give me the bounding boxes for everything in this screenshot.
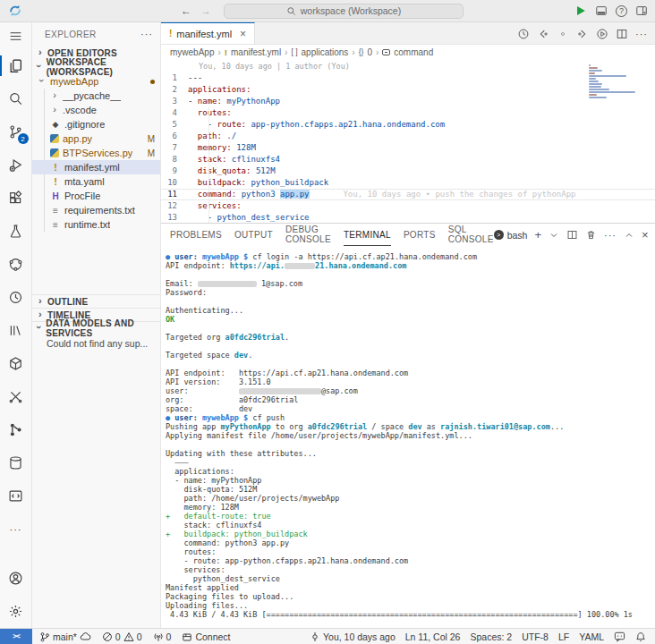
breadcrumb-item[interactable]: command [394, 47, 433, 57]
panel-tab-output[interactable]: OUTPUT [234, 224, 273, 246]
account-button[interactable] [0, 562, 32, 595]
breadcrumb-item[interactable]: mywebApp [170, 47, 214, 57]
activity-search[interactable] [0, 82, 32, 115]
line-number: 7 [161, 142, 188, 154]
tree-item[interactable]: ›.vscode [32, 103, 160, 117]
blame-status[interactable]: You, 10 days ago [310, 631, 396, 642]
activity-source-control[interactable]: 2 [0, 115, 32, 148]
encoding-status[interactable]: UTF-8 [522, 631, 549, 642]
nav-forward-icon[interactable]: → [200, 4, 211, 17]
panel-tab-sql-console[interactable]: SQL CONSOLE [448, 224, 494, 246]
tree-item[interactable]: ›__pycache__ [32, 89, 160, 103]
timeline-history-icon[interactable] [517, 28, 530, 40]
code-line: 7 memory: 128M [161, 142, 655, 154]
remote-indicator[interactable]: >< [0, 629, 32, 644]
tree-item[interactable]: !mta.yaml [32, 174, 160, 189]
activity-tools[interactable] [0, 380, 32, 413]
panel-tab-terminal[interactable]: TERMINAL [344, 224, 391, 246]
menu-button[interactable] [0, 22, 32, 49]
activity-database[interactable] [0, 446, 32, 479]
help-icon[interactable]: ? [616, 5, 627, 17]
tree-item-label: .gitignore [64, 119, 105, 130]
toggle-panel-icon[interactable] [595, 4, 608, 17]
sidebar-more-icon[interactable]: ··· [140, 29, 153, 39]
nav-back-circle-icon[interactable] [537, 28, 549, 40]
terminal-line: Password: [166, 288, 655, 297]
activity-testing[interactable] [0, 215, 32, 248]
nav-forward-circle-icon[interactable] [576, 28, 589, 40]
panel-tab-debug-console[interactable]: DEBUG CONSOLE [285, 224, 331, 246]
tree-item-label: requirements.txt [64, 205, 135, 216]
outline-section[interactable]: › OUTLINE [32, 294, 160, 308]
branch-status[interactable]: main* [39, 631, 91, 642]
activity-library[interactable] [0, 314, 32, 347]
indentation-status[interactable]: Spaces: 2 [470, 631, 512, 642]
eol-status[interactable]: LF [558, 631, 569, 642]
tree-item[interactable]: ≡requirements.txt [32, 203, 160, 217]
split-terminal-icon[interactable] [566, 229, 578, 241]
activity-deploy[interactable] [0, 347, 32, 380]
dot-icon[interactable] [557, 28, 569, 40]
activity-run-profile[interactable] [0, 281, 32, 314]
data-models-section[interactable]: › DATA MODELS AND SERVICES [32, 321, 160, 335]
problems-status[interactable]: 0 0 [102, 631, 142, 642]
tree-item[interactable]: ◆.gitignore [32, 117, 160, 131]
activity-run-debug[interactable] [0, 148, 32, 182]
close-icon[interactable]: × [240, 28, 246, 40]
activity-share[interactable] [0, 248, 32, 281]
activity-code-check[interactable] [0, 479, 32, 513]
customize-layout-icon[interactable] [635, 4, 648, 17]
tree-item[interactable]: !manifest.yml [32, 160, 160, 174]
breadcrumb-item[interactable]: 0 [367, 47, 372, 57]
tree-item-label: ProcFile [64, 191, 100, 201]
feedback-icon[interactable] [614, 631, 625, 642]
breadcrumb-item[interactable]: applications [302, 47, 349, 57]
maximize-panel-icon[interactable] [624, 230, 634, 241]
nav-back-icon[interactable]: ← [181, 4, 191, 17]
split-editor-icon[interactable] [616, 28, 628, 40]
run-button[interactable] [574, 4, 587, 17]
activity-explorer[interactable] [0, 49, 32, 82]
run-file-icon[interactable] [596, 28, 608, 40]
connect-status[interactable]: Connect [182, 631, 230, 642]
terminal-line: disk-quota: 512M [166, 485, 655, 494]
chevron-down-icon[interactable] [549, 230, 559, 241]
shell-selector[interactable]: > bash [494, 230, 528, 241]
trash-icon[interactable] [585, 229, 597, 241]
terminal-output[interactable]: ● user: mywebApp $ cf login -a https://a… [161, 246, 655, 628]
panel-tab-ports[interactable]: PORTS [404, 224, 436, 246]
notifications-bell-icon[interactable] [635, 631, 646, 642]
tree-item[interactable]: ›mywebApp [32, 74, 160, 89]
tree-item[interactable]: BTPServices.pyM [32, 146, 160, 160]
terminal-line [166, 324, 655, 333]
tab-manifest-yml[interactable]: ! manifest.yml × [161, 22, 255, 44]
minimap[interactable] [589, 64, 635, 99]
cursor-position[interactable]: Ln 11, Col 26 [405, 631, 461, 642]
tree-item[interactable]: ≡runtime.txt [32, 217, 160, 232]
tree-item[interactable]: HProcFile [32, 189, 160, 203]
workspace-section[interactable]: › WORKSPACE (WORKSPACE) [32, 60, 160, 74]
tree-item[interactable]: app.pyM [32, 131, 160, 146]
tab-label: manifest.yml [176, 29, 232, 39]
activity-more[interactable]: ··· [0, 513, 32, 546]
activity-commits[interactable] [0, 413, 32, 446]
panel-more-icon[interactable]: ··· [604, 230, 617, 241]
new-terminal-icon[interactable]: + [534, 228, 541, 242]
code-text: disk_quota: 512M [188, 165, 276, 177]
minimap-line [589, 89, 609, 90]
panel-tab-problems[interactable]: PROBLEMS [170, 224, 222, 246]
package-cube-icon [8, 356, 23, 371]
code-editor[interactable]: You, 10 days ago | 1 author (You) 1---2a… [161, 59, 655, 223]
language-mode[interactable]: YAML [579, 631, 604, 642]
command-center[interactable]: workspace (Workspace) [224, 4, 464, 19]
editor-more-icon[interactable]: ··· [635, 29, 648, 39]
activity-extensions[interactable] [0, 182, 32, 215]
close-panel-icon[interactable]: × [642, 228, 649, 242]
editor-tab-bar: ! manifest.yml × ··· [161, 22, 655, 45]
ports-count: 0 [166, 631, 172, 642]
ports-status[interactable]: 0 [153, 631, 172, 642]
code-text: --- [188, 72, 202, 84]
breadcrumb-item[interactable]: manifest.yml [231, 47, 281, 57]
settings-button[interactable] [0, 595, 32, 628]
yaml-file-icon: ! [50, 162, 61, 173]
